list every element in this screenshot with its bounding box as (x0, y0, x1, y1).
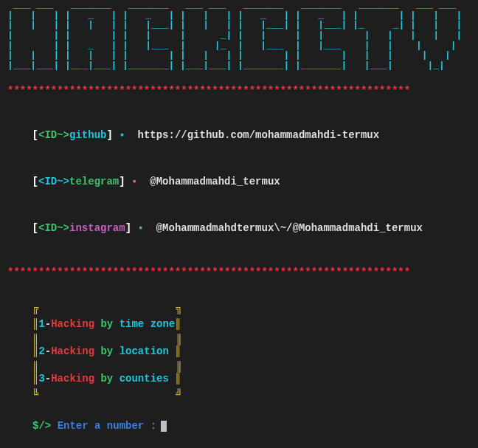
menu: ╔╗ ║1-Hacking by time zone║ ║║ ║2-Hackin… (32, 301, 471, 402)
menu-item-1[interactable]: ║1-Hacking by time zone║ (32, 317, 471, 332)
github-url: https://github.com/mohammadmahdi-termux (137, 129, 379, 141)
input-prompt[interactable]: $/> Enter a number : (32, 418, 471, 434)
menu-item-3[interactable]: ║3-Hacking by counties ║ (32, 371, 471, 387)
menu-gap: ║║ (32, 359, 471, 371)
menu-item-2[interactable]: ║2-Hacking by location ║ (32, 344, 471, 359)
ascii-banner: ___ ___ _______ _______ ___ ___ _______ … (7, 0, 471, 70)
id-github-line: [<ID~>github] ▪ https://github.com/moham… (7, 112, 471, 159)
id-telegram-line: [<ID~>telegram] ▪ @Mohammadmahdi_termux (7, 159, 471, 205)
divider-top: ****************************************… (7, 83, 471, 99)
cursor-icon (161, 421, 167, 432)
menu-gap: ║║ (32, 332, 471, 344)
telegram-handle: @Mohammadmahdi_termux (150, 176, 280, 187)
id-instagram-line: [<ID~>instagram] ▪ @Mohammadmahdtermux\~… (7, 205, 471, 252)
instagram-handle: @Mohammadmahdtermux\~/@Mohammadmahdi_ter… (156, 222, 423, 234)
divider-bottom: ****************************************… (7, 265, 471, 280)
